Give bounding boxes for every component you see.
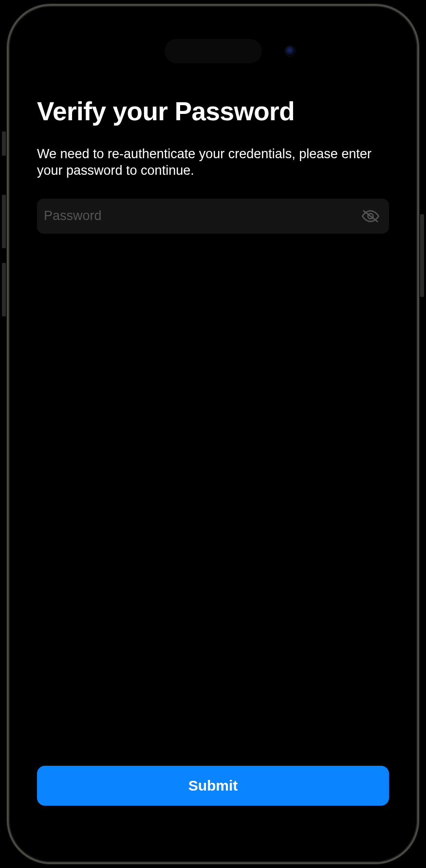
volume-switch [2,131,6,156]
submit-button[interactable]: Submit [37,766,389,806]
password-input[interactable] [44,199,361,234]
page-description: We need to re-authenticate your credenti… [37,146,389,179]
volume-up-button [2,195,6,248]
volume-down-button [2,263,6,316]
eye-off-icon [361,209,380,223]
page-title: Verify your Password [37,97,389,126]
phone-frame: Verify your Password We need to re-authe… [7,4,419,864]
verify-password-view: Verify your Password We need to re-authe… [13,10,413,858]
power-button [420,214,424,297]
password-field-container [37,199,389,234]
toggle-password-visibility-button[interactable] [361,209,380,223]
phone-screen: Verify your Password We need to re-authe… [13,10,413,858]
